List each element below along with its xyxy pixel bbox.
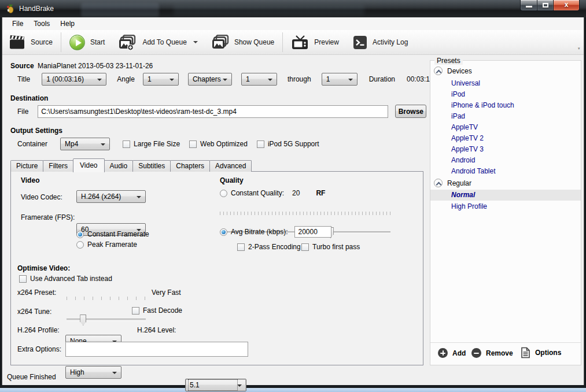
tab-filters[interactable]: Filters <box>43 160 73 172</box>
radio-selected-icon <box>220 228 227 236</box>
close-button[interactable]: x <box>553 0 580 11</box>
large-file-size-checkbox[interactable]: Large File Size <box>123 140 180 148</box>
two-pass-checkbox[interactable]: 2-Pass Encoding <box>237 243 301 251</box>
plus-circle-icon <box>438 348 448 358</box>
tab-picture[interactable]: Picture <box>10 160 43 172</box>
collapse-chevron-icon[interactable] <box>434 66 443 75</box>
browse-button[interactable]: Browse <box>395 105 426 118</box>
toolbar-separator <box>61 32 61 52</box>
video-group-heading: Video <box>21 176 39 184</box>
preset-options-button[interactable]: Options <box>521 347 561 358</box>
add-to-queue-icon <box>119 35 137 50</box>
preset-item-high-profile[interactable]: High Profile <box>451 202 487 210</box>
activity-log-button[interactable]: Activity Log <box>346 30 415 54</box>
chevron-down-icon <box>193 41 198 43</box>
video-codec-dropdown[interactable]: H.264 (x264) <box>76 190 146 203</box>
use-advanced-tab-checkbox[interactable]: Use Advanced Tab instead <box>19 275 112 283</box>
handbrake-logo-icon <box>6 4 15 13</box>
angle-label: Angle <box>117 75 135 83</box>
checkbox-icon <box>257 140 264 148</box>
tab-video[interactable]: Video <box>73 158 104 172</box>
add-to-queue-button[interactable]: Add To Queue <box>112 30 205 54</box>
container-label: Container <box>17 140 47 148</box>
chapter-end-dropdown[interactable]: 1 <box>322 73 358 86</box>
preset-item-appletv3[interactable]: AppleTV 3 <box>451 145 484 153</box>
presets-category-regular[interactable]: Regular <box>434 179 471 187</box>
preset-item-iphone-ipod-touch[interactable]: iPhone & iPod touch <box>451 101 514 109</box>
terminal-icon <box>353 35 367 50</box>
peak-framerate-radio[interactable]: Peak Framerate <box>76 241 137 249</box>
preset-item-universal[interactable]: Universal <box>451 79 480 87</box>
toolbar-overflow-button[interactable]: ▾ <box>577 34 583 53</box>
show-queue-button[interactable]: Show Queue <box>205 30 281 54</box>
presets-category-devices[interactable]: Devices <box>434 66 472 75</box>
h264-level-label: H.264 Level: <box>137 326 176 334</box>
ipod-5g-checkbox[interactable]: iPod 5G Support <box>257 140 319 148</box>
tab-audio[interactable]: Audio <box>104 160 134 172</box>
tabstrip: Picture Filters Video Audio Subtitles Ch… <box>10 160 251 172</box>
h264-profile-dropdown[interactable]: High <box>65 366 121 379</box>
radio-selected-icon <box>76 231 84 238</box>
overflow-chevron-icon: ▾ <box>578 46 580 51</box>
toolbar: Source Start Add To Queue Show Queue <box>2 30 584 55</box>
preset-item-appletv2[interactable]: AppleTV 2 <box>451 134 484 142</box>
avg-bitrate-radio[interactable]: Avg Bitrate (kbps): <box>220 226 331 238</box>
checkbox-icon <box>301 243 309 251</box>
tab-chapters[interactable]: Chapters <box>170 160 210 172</box>
remove-preset-button[interactable]: Remove <box>471 348 513 358</box>
quality-slider-ticks <box>220 212 392 215</box>
menu-file[interactable]: File <box>7 18 28 29</box>
toolbar-separator <box>282 32 283 52</box>
tab-advanced[interactable]: Advanced <box>209 160 252 172</box>
video-codec-label: Video Codec: <box>21 193 62 201</box>
maximize-button[interactable] <box>537 0 554 11</box>
h264-level-dropdown[interactable]: 5.1 <box>185 379 246 391</box>
menubar: File Tools Help <box>2 17 584 30</box>
minimize-button[interactable] <box>520 0 537 11</box>
angle-dropdown[interactable]: 1 <box>143 73 179 86</box>
avg-bitrate-input[interactable] <box>294 226 331 238</box>
preview-button[interactable]: Preview <box>284 30 346 54</box>
close-icon: x <box>554 1 579 9</box>
preset-item-ipod[interactable]: iPod <box>451 90 465 98</box>
add-preset-button[interactable]: Add <box>438 348 466 358</box>
preset-item-appletv[interactable]: AppleTV <box>451 123 478 131</box>
tab-subtitles[interactable]: Subtitles <box>132 160 171 172</box>
title-dropdown[interactable]: 1 (00:03:16) <box>42 73 106 86</box>
radio-icon <box>76 241 84 249</box>
start-button[interactable]: Start <box>62 30 112 54</box>
preset-item-ipad[interactable]: iPad <box>451 112 465 120</box>
menu-help[interactable]: Help <box>55 18 80 29</box>
presets-footer-separator <box>430 342 581 343</box>
maximize-icon <box>543 3 548 8</box>
x264-preset-slider[interactable] <box>67 319 146 321</box>
constant-framerate-radio[interactable]: Constant Framerate <box>76 230 149 238</box>
extra-options-input[interactable] <box>65 342 248 357</box>
title-label: Title <box>17 75 30 83</box>
x264-preset-label: x264 Preset: <box>17 289 56 297</box>
chapter-start-dropdown[interactable]: 1 <box>241 73 277 86</box>
source-button[interactable]: Source <box>2 30 60 54</box>
preset-item-android[interactable]: Android <box>451 156 475 164</box>
rf-label: RF <box>316 189 325 197</box>
output-settings-heading: Output Settings <box>10 127 62 135</box>
play-icon <box>69 35 85 50</box>
source-media-name: ManiaPlanet 2013-05-03 23-11-01-26 <box>38 62 153 70</box>
fast-decode-checkbox[interactable]: Fast Decode <box>132 306 182 315</box>
collapse-chevron-icon[interactable] <box>434 179 443 187</box>
x264-preset-slider-ticks <box>67 297 147 300</box>
preset-item-normal[interactable]: Normal <box>451 191 475 199</box>
container-dropdown[interactable]: Mp4 <box>60 138 110 150</box>
h264-profile-label: H.264 Profile: <box>17 326 60 334</box>
range-type-dropdown[interactable]: Chapters <box>188 73 232 86</box>
checkbox-icon <box>237 243 245 251</box>
windows-taskbar <box>0 388 586 392</box>
menu-tools[interactable]: Tools <box>28 18 55 29</box>
turbo-first-pass-checkbox[interactable]: Turbo first pass <box>301 243 360 251</box>
web-optimized-checkbox[interactable]: Web Optimized <box>189 140 248 148</box>
file-path-input[interactable] <box>38 105 388 118</box>
constant-quality-radio[interactable]: Constant Quality: 20 RF <box>220 189 325 197</box>
preset-item-android-tablet[interactable]: Android Tablet <box>451 167 496 175</box>
destination-heading: Destination <box>10 94 48 102</box>
optimise-video-heading: Optimise Video: <box>17 264 70 272</box>
